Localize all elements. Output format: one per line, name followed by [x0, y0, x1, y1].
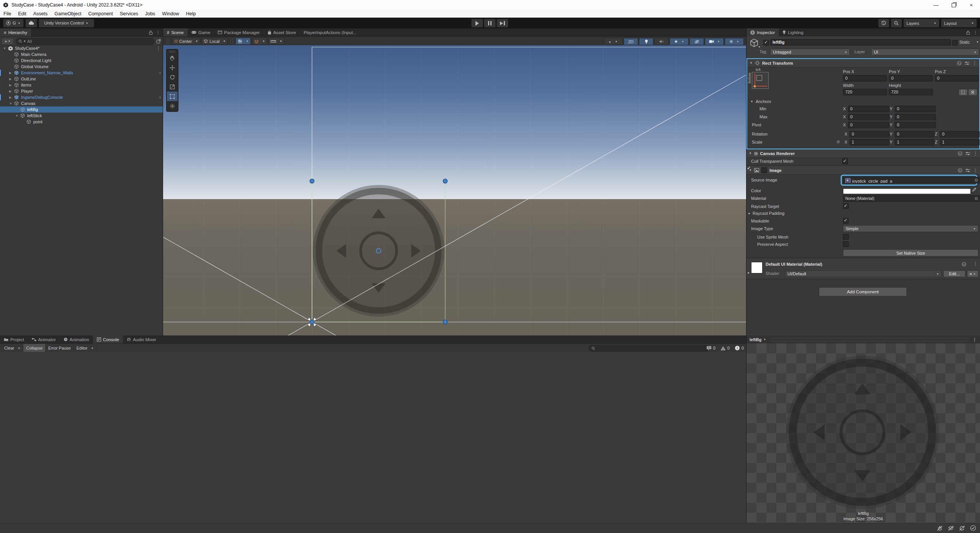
anchor-preset-widget[interactable] — [752, 72, 769, 89]
kebab-menu-icon[interactable]: ⋮ — [973, 261, 978, 266]
use-sprite-mesh-checkbox[interactable] — [843, 234, 849, 240]
tab-player-input-actions[interactable]: PlayerInputActions (Input... — [300, 28, 360, 36]
scale-link-icon[interactable]: ⊘ — [836, 139, 840, 144]
tab-audio-mixer[interactable]: Audio Mixer — [123, 335, 160, 343]
hierarchy-row[interactable]: Canvas › ⋮ — [0, 100, 163, 106]
source-image-field[interactable]: joystick_circle_pad_a ⊙ — [843, 177, 980, 183]
material-foldout-arrow[interactable]: ▼ — [747, 271, 750, 275]
menu-item[interactable]: Window — [158, 10, 182, 18]
kebab-menu-icon[interactable]: ⋮ — [156, 30, 160, 35]
layer-dropdown[interactable]: UI▼ — [871, 49, 979, 56]
rotation-z-field[interactable]: 0 — [940, 131, 980, 137]
debugger-disabled-icon[interactable] — [937, 525, 943, 531]
raw-edit-button[interactable]: R — [968, 89, 977, 96]
hand-tool-button[interactable] — [167, 53, 178, 63]
menu-item[interactable]: Assets — [30, 10, 51, 18]
help-icon[interactable]: ? — [962, 262, 966, 266]
refresh-disabled-icon[interactable] — [959, 525, 965, 531]
presets-icon[interactable] — [965, 61, 969, 65]
tab-animation[interactable]: Animation — [60, 335, 93, 343]
editor-dropdown[interactable]: Editor▼ — [74, 344, 97, 352]
scene-picker-icon[interactable] — [156, 39, 161, 44]
shading-mode-dropdown[interactable]: ◐▼ — [604, 38, 623, 45]
lock-icon[interactable] — [966, 30, 970, 35]
console-log-area[interactable] — [0, 352, 746, 523]
collapse-toggle[interactable]: Collapse — [23, 344, 46, 352]
pivot-x-field[interactable]: 0 — [848, 122, 889, 128]
hierarchy-row[interactable]: leftBg › ⋮ — [0, 106, 163, 113]
active-checkbox[interactable] — [763, 40, 769, 46]
rect-tool-button[interactable] — [167, 92, 178, 101]
2d-mode-toggle[interactable]: 2D — [624, 38, 638, 45]
tab-project[interactable]: Project — [0, 335, 28, 343]
error-pause-toggle[interactable]: Error Pause — [46, 344, 74, 352]
expand-arrow-icon[interactable] — [3, 47, 8, 50]
menu-item[interactable]: Component — [85, 10, 116, 18]
kebab-menu-icon[interactable]: ⋮ — [973, 151, 978, 156]
anchors-max-y-field[interactable]: 0 — [895, 114, 936, 120]
material-field[interactable]: None (Material) ⊙ — [843, 195, 980, 202]
tag-dropdown[interactable]: Untagged▼ — [770, 49, 850, 56]
pos-z-field[interactable]: 0 — [935, 75, 979, 82]
menu-item[interactable]: Edit — [15, 10, 30, 18]
preview-dropdown-arrow[interactable]: ▼ — [763, 338, 766, 341]
rotation-y-field[interactable]: 0 — [895, 131, 934, 137]
pivot-y-field[interactable]: 0 — [895, 122, 936, 128]
scale-y-field[interactable]: 1 — [895, 139, 934, 146]
height-field[interactable]: 720 — [889, 89, 933, 95]
static-dropdown-arrow[interactable]: ▼ — [976, 41, 979, 43]
hierarchy-row[interactable]: Directional Light › ⋮ — [0, 57, 163, 64]
expand-arrow-icon[interactable] — [15, 114, 20, 118]
hidden-objects-toggle[interactable] — [689, 38, 704, 45]
help-icon[interactable]: ? — [957, 61, 962, 65]
tool-handle-pivot-dropdown[interactable]: ⊙ Center▼ — [172, 38, 200, 45]
prefab-open-arrow[interactable]: › — [159, 70, 161, 75]
kebab-menu-icon[interactable]: ⋮ — [973, 30, 978, 35]
set-native-size-button[interactable]: Set Native Size — [843, 249, 978, 257]
expand-arrow-icon[interactable] — [9, 90, 14, 93]
menu-item[interactable]: Jobs — [142, 10, 158, 18]
scale-x-field[interactable]: 1 — [849, 139, 889, 146]
help-icon[interactable]: ? — [958, 168, 962, 173]
scene-kebab-icon[interactable]: ⋮ — [156, 46, 161, 51]
maskable-checkbox[interactable] — [843, 218, 849, 224]
move-tool-button[interactable] — [167, 63, 178, 72]
pos-x-field[interactable]: 0 — [843, 75, 887, 82]
gameobject-name-field[interactable]: leftBg — [770, 39, 951, 46]
cull-transparent-mesh-checkbox[interactable] — [842, 159, 848, 164]
kebab-menu-icon[interactable]: ⋮ — [972, 337, 977, 342]
audio-mute-toggle[interactable] — [654, 38, 669, 45]
rotate-tool-button[interactable] — [167, 72, 178, 82]
expand-arrow-icon[interactable] — [9, 83, 14, 87]
kebab-menu-icon[interactable]: ⋮ — [973, 168, 978, 173]
component-enabled-checkbox[interactable] — [761, 167, 767, 173]
scale-tool-button[interactable] — [167, 82, 178, 92]
expand-arrow-icon[interactable] — [9, 77, 14, 81]
material-list-button[interactable]: ≡▼ — [967, 270, 978, 277]
warning-messages-icon[interactable]: ! — [720, 346, 726, 351]
raycast-target-checkbox[interactable] — [843, 203, 849, 209]
pos-y-field[interactable]: 0 — [889, 75, 933, 82]
layout-dropdown[interactable]: Layout▼ — [941, 19, 977, 28]
preserve-aspect-checkbox[interactable] — [843, 241, 849, 247]
layers-dropdown[interactable]: Layers▼ — [903, 19, 939, 28]
restore-button[interactable] — [945, 0, 962, 10]
menu-item[interactable]: GameObject — [51, 10, 85, 18]
search-button[interactable] — [891, 19, 902, 28]
shader-edit-button[interactable]: Edit... — [943, 270, 965, 277]
blueprint-mode-button[interactable] — [959, 89, 968, 96]
pause-button[interactable] — [484, 19, 496, 28]
cache-disabled-icon[interactable] — [948, 525, 954, 531]
version-control-button[interactable]: Unity Version Control ▼ — [39, 19, 94, 28]
step-button[interactable] — [497, 19, 508, 28]
image-type-dropdown[interactable]: Simple▼ — [843, 225, 978, 232]
transform-tool-button[interactable] — [167, 101, 178, 111]
measure-tool-toggle[interactable]: ▼ — [268, 38, 284, 45]
console-search-input[interactable] — [589, 345, 709, 352]
camera-settings-dropdown[interactable]: ▼ — [705, 38, 724, 45]
scene-lighting-toggle[interactable] — [639, 38, 653, 45]
anchors-min-x-field[interactable]: 0 — [848, 106, 889, 112]
kebab-menu-icon[interactable]: ⋮ — [972, 60, 977, 66]
minimize-button[interactable]: — — [927, 0, 945, 10]
preview-drag-handle[interactable] — [770, 338, 969, 341]
